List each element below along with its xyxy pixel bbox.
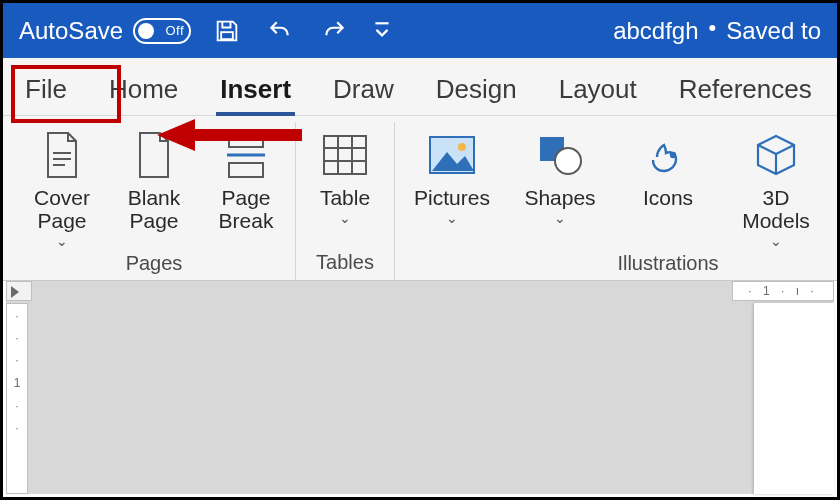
chevron-down-icon: ⌄ (339, 211, 351, 226)
svg-rect-0 (221, 32, 233, 39)
vruler-mark: · (15, 310, 18, 322)
svg-point-20 (671, 153, 675, 157)
group-tables: Table ⌄ Tables (296, 122, 395, 280)
ribbon: Cover Page ⌄ Blank Page (3, 116, 837, 281)
vruler-mark: · (15, 332, 18, 344)
pictures-button[interactable]: Pictures ⌄ (405, 126, 499, 226)
vertical-ruler[interactable]: · · · 1 · · (6, 303, 28, 494)
vruler-mark: 1 (14, 376, 21, 390)
group-pages: Cover Page ⌄ Blank Page (13, 122, 296, 280)
cover-page-icon (42, 130, 82, 180)
ribbon-tabstrip: File Home Insert Draw Design Layout Refe… (3, 58, 837, 116)
blank-page-button[interactable]: Blank Page (115, 126, 193, 232)
table-icon (321, 130, 369, 180)
shapes-icon (535, 130, 585, 180)
vruler-mark: · (15, 400, 18, 412)
icons-icon (645, 130, 691, 180)
quick-access-toolbar (213, 17, 391, 45)
page-surface[interactable] (754, 303, 834, 494)
hruler-fragment: · 1 · ı · (748, 284, 817, 298)
shapes-label: Shapes (524, 186, 595, 209)
3d-models-button[interactable]: 3D Models ⌄ (729, 126, 823, 250)
chevron-down-icon: ⌄ (446, 211, 458, 226)
ruler-corner-icon[interactable] (6, 281, 32, 301)
title-bar: AutoSave Off abcdfgh • Saved to (3, 3, 837, 58)
blank-page-label: Blank Page (115, 186, 193, 232)
group-illustrations: Pictures ⌄ Shapes ⌄ (395, 122, 840, 280)
save-status: Saved to (726, 17, 821, 45)
tab-references[interactable]: References (675, 68, 816, 115)
autosave-label: AutoSave (19, 17, 123, 45)
cover-page-button[interactable]: Cover Page ⌄ (23, 126, 101, 250)
document-meta: abcdfgh • Saved to (613, 17, 821, 45)
table-label: Table (320, 186, 370, 209)
group-tables-label: Tables (316, 249, 374, 278)
svg-rect-7 (229, 133, 263, 147)
svg-point-19 (555, 148, 581, 174)
blank-page-icon (134, 130, 174, 180)
tab-layout[interactable]: Layout (555, 68, 641, 115)
autosave-toggle[interactable]: Off (133, 18, 191, 44)
cube-icon (753, 130, 799, 180)
tab-design[interactable]: Design (432, 68, 521, 115)
group-pages-label: Pages (126, 250, 183, 279)
group-illustrations-label: Illustrations (617, 250, 718, 279)
vruler-mark: · (15, 354, 18, 366)
document-canvas[interactable]: · 1 · ı · · · · 1 · · (6, 281, 834, 494)
3d-models-label: 3D Models (729, 186, 823, 232)
svg-rect-8 (229, 163, 263, 177)
chevron-down-icon: ⌄ (554, 211, 566, 226)
qat-customize-icon[interactable] (373, 20, 391, 42)
chevron-down-icon: ⌄ (770, 234, 782, 249)
save-icon[interactable] (213, 17, 241, 45)
vruler-mark: · (15, 422, 18, 434)
document-name[interactable]: abcdfgh (613, 17, 698, 45)
pictures-icon (427, 130, 477, 180)
shapes-button[interactable]: Shapes ⌄ (513, 126, 607, 226)
tab-insert[interactable]: Insert (216, 68, 295, 115)
page-break-button[interactable]: Page Break (207, 126, 285, 232)
undo-icon[interactable] (265, 18, 295, 44)
icons-button[interactable]: Icons (621, 126, 715, 209)
redo-icon[interactable] (319, 18, 349, 44)
tab-home[interactable]: Home (105, 68, 182, 115)
cover-page-label: Cover Page (23, 186, 101, 232)
pictures-label: Pictures (414, 186, 490, 209)
chevron-down-icon: ⌄ (56, 234, 68, 249)
autosave-state: Off (165, 23, 184, 38)
table-button[interactable]: Table ⌄ (306, 126, 384, 226)
tab-file[interactable]: File (21, 68, 71, 115)
horizontal-ruler[interactable]: · 1 · ı · (732, 281, 834, 301)
svg-point-16 (458, 143, 466, 151)
page-break-label: Page Break (207, 186, 285, 232)
icons-label: Icons (643, 186, 693, 209)
page-break-icon (223, 130, 269, 180)
tab-draw[interactable]: Draw (329, 68, 398, 115)
svg-rect-10 (324, 136, 366, 174)
